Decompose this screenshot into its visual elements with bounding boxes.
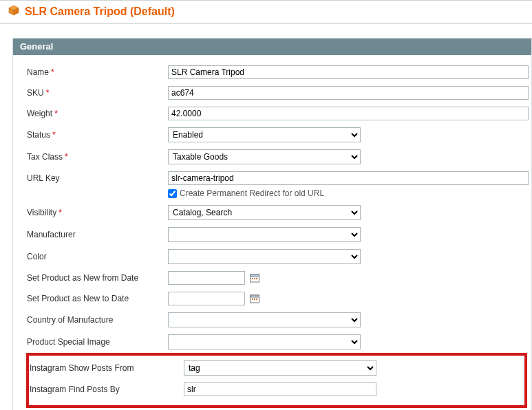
field-weight: Weight*: [13, 103, 531, 124]
special-image-select[interactable]: [168, 334, 361, 349]
svg-rect-7: [256, 278, 257, 279]
sku-input[interactable]: [168, 86, 529, 100]
country-select[interactable]: [168, 312, 361, 327]
label-visibility: Visibility: [27, 208, 56, 217]
url-key-input[interactable]: [168, 171, 529, 185]
label-name: Name: [27, 67, 49, 77]
field-url-key: URL Key Create Permanent Redirect for ol…: [13, 168, 531, 202]
label-url-key: URL Key: [27, 173, 60, 183]
required-marker: *: [65, 152, 68, 162]
field-sku: SKU*: [13, 83, 531, 103]
field-name: Name*: [13, 62, 531, 83]
label-ig-show: Instagram Show Posts From: [30, 363, 134, 373]
required-marker: *: [58, 208, 62, 217]
label-color: Color: [27, 252, 47, 261]
calendar-icon[interactable]: [249, 272, 260, 283]
field-country: Country of Manufacture: [13, 309, 531, 331]
svg-rect-6: [254, 278, 255, 279]
label-new-from: Set Product as New from Date: [27, 273, 138, 283]
label-weight: Weight: [27, 109, 52, 118]
highlighted-instagram-fields: Instagram Show Posts From tag Instagram …: [26, 353, 527, 408]
label-country: Country of Manufacture: [27, 315, 113, 325]
svg-rect-12: [256, 299, 257, 300]
ig-find-input[interactable]: [184, 382, 376, 396]
field-tax-class: Tax Class* Taxable Goods: [13, 146, 531, 168]
name-input[interactable]: [168, 65, 529, 79]
field-visibility: Visibility* Catalog, Search: [13, 202, 531, 224]
new-to-input[interactable]: [168, 292, 245, 305]
field-color: Color: [13, 246, 531, 268]
svg-rect-5: [252, 278, 253, 279]
label-status: Status: [27, 130, 50, 140]
required-marker: *: [46, 88, 50, 98]
manufacturer-select[interactable]: [168, 227, 361, 242]
new-from-input[interactable]: [168, 271, 245, 285]
tax-class-select[interactable]: Taxable Goods: [168, 149, 361, 164]
label-sku: SKU: [27, 88, 44, 98]
weight-input[interactable]: [168, 107, 529, 120]
ig-show-select[interactable]: tag: [184, 360, 376, 376]
field-status: Status* Enabled: [13, 124, 531, 146]
field-special-image: Product Special Image: [13, 331, 531, 353]
field-ig-show: Instagram Show Posts From tag: [29, 357, 524, 379]
label-special-image: Product Special Image: [27, 337, 110, 347]
svg-rect-11: [254, 299, 255, 300]
field-new-from: Set Product as New from Date: [13, 268, 531, 288]
required-marker: *: [54, 109, 58, 118]
required-marker: *: [52, 130, 56, 140]
svg-rect-10: [252, 299, 253, 300]
svg-rect-9: [251, 295, 259, 297]
label-redirect: Create Permanent Redirect for old URL: [180, 188, 324, 198]
field-new-to: Set Product as New to Date: [13, 288, 531, 309]
svg-rect-4: [251, 274, 259, 277]
page-title: SLR Camera Tripod (Default): [25, 6, 175, 18]
label-manufacturer: Manufacturer: [27, 230, 76, 239]
field-ig-find: Instagram Find Posts By: [29, 379, 524, 400]
calendar-icon[interactable]: [249, 293, 260, 304]
status-select[interactable]: Enabled: [168, 127, 361, 142]
label-tax-class: Tax Class: [27, 152, 63, 162]
redirect-checkbox[interactable]: [168, 189, 177, 198]
label-new-to: Set Product as New to Date: [27, 294, 129, 303]
required-marker: *: [51, 67, 54, 77]
visibility-select[interactable]: Catalog, Search: [168, 205, 361, 220]
product-icon: [8, 5, 19, 18]
label-ig-find: Instagram Find Posts By: [30, 385, 120, 394]
panel-heading: General: [13, 39, 531, 55]
general-panel: General Name* SKU* Weight* Status* Enabl…: [12, 38, 532, 410]
color-select[interactable]: [168, 249, 361, 264]
field-manufacturer: Manufacturer: [13, 224, 531, 246]
page-header: SLR Camera Tripod (Default): [0, 1, 532, 24]
